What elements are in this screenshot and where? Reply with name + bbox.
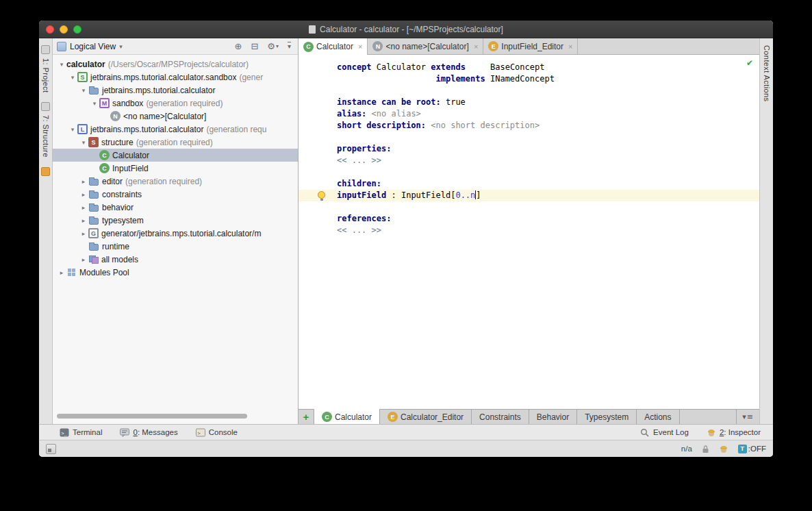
tree-item-typesystem[interactable]: ▸typesystem [53, 214, 298, 227]
code-line-12[interactable]: inputField : InputField[0..n] [299, 190, 759, 201]
locate-icon[interactable]: ⊕ [234, 41, 242, 51]
code-line-10[interactable] [337, 166, 759, 178]
code-line-2[interactable]: implements INamedConcept [337, 73, 759, 85]
project-tool-icon[interactable] [41, 45, 50, 54]
tree-item-generator-jetbrains-mps-tutorial-calculator-m[interactable]: ▸Ggenerator/jetbrains.mps.tutorial.calcu… [53, 227, 298, 240]
aspect-tab-bar: + CCalculatorECalculator_EditorConstrain… [299, 409, 759, 424]
aspect-tab-label: Calculator [335, 412, 372, 422]
editor-tab-calculator[interactable]: CCalculator× [299, 38, 368, 55]
collapsed-arrow-icon[interactable]: ▸ [79, 191, 88, 198]
expanded-arrow-icon[interactable]: ▾ [68, 74, 77, 81]
aspect-tab-behavior[interactable]: Behavior [529, 410, 576, 424]
aspect-tab-calculator[interactable]: CCalculator [314, 409, 379, 424]
zoom-window-button[interactable] [73, 25, 81, 34]
collapsed-arrow-icon[interactable]: ▸ [79, 230, 88, 237]
add-tab-button[interactable]: + [299, 410, 314, 424]
collapsed-arrow-icon[interactable]: ▸ [79, 204, 88, 211]
toolbar-item-0-messages[interactable]: 0: Messages [120, 428, 177, 437]
editor-tab-inputfield-editor[interactable]: EInputField_Editor× [483, 38, 578, 54]
expanded-arrow-icon[interactable]: ▾ [79, 139, 88, 146]
collapsed-arrow-icon[interactable]: ▸ [79, 217, 88, 224]
hector-icon[interactable] [719, 445, 728, 453]
svg-text:>: > [197, 430, 200, 436]
expanded-arrow-icon[interactable]: ▾ [79, 87, 88, 94]
code-line-9[interactable]: << ... >> [337, 155, 759, 166]
editor-body[interactable]: ✔ concept Calculator extends BaseConcept… [299, 55, 759, 409]
collapsed-arrow-icon[interactable]: ▸ [57, 269, 66, 276]
toolbar-item-event-log[interactable]: Event Log [640, 428, 689, 437]
tree-item-calculator[interactable]: ▾calculator(/Users/Oscar/MPSProjects/cal… [53, 58, 298, 71]
favorites-tool-icon[interactable] [41, 167, 50, 176]
toolbar-item-2-inspector[interactable]: 2: Inspector [707, 428, 761, 437]
editor-tab-no-name-calculator[interactable]: N<no name>[Calculator]× [368, 38, 483, 54]
gear-icon[interactable]: ⚙▾ [267, 41, 279, 51]
lightbulb-icon[interactable] [318, 191, 325, 199]
view-selector[interactable]: Logical View [70, 42, 116, 51]
tree-item-modules-pool[interactable]: ▸Modules Pool [53, 266, 298, 279]
toolbar-item-console[interactable]: >Console [196, 428, 238, 437]
tree-item-inputfield[interactable]: CInputField [53, 162, 298, 175]
close-tab-icon[interactable]: × [568, 42, 572, 51]
tree-item-no-name-calculator[interactable]: N<no name>[Calculator] [53, 110, 298, 123]
minimize-window-button[interactable] [60, 25, 68, 34]
code-line-14[interactable]: references: [337, 213, 759, 225]
code-line-13[interactable] [337, 201, 759, 213]
tree-item-jetbrains-mps-tutorial-calculator-sandbox[interactable]: ▾Sjetbrains.mps.tutorial.calculator.sand… [53, 71, 298, 84]
tree-item-sandbox[interactable]: ▾Msandbox(generation required) [53, 97, 298, 110]
code-line-15[interactable]: << ... >> [337, 225, 759, 236]
code-segment: Calculator [377, 62, 431, 72]
tree-item-jetbrains-mps-tutorial-calculator[interactable]: ▾jetbrains.mps.tutorial.calculator [53, 84, 298, 97]
close-window-button[interactable] [46, 25, 54, 34]
code-line-8[interactable]: properties: [337, 143, 759, 155]
collapse-all-icon[interactable]: ⊟ [251, 41, 258, 51]
hide-panel-icon[interactable]: ▾ [288, 42, 291, 50]
tree-item-suffix: (generation required) [136, 138, 213, 147]
tree-item-editor[interactable]: ▸editor(generation required) [53, 175, 298, 188]
horizontal-scrollbar[interactable] [57, 414, 247, 419]
tree-item-suffix: (gener [239, 73, 263, 82]
code-line-6[interactable]: short description: <no short description… [337, 120, 759, 132]
tree-item-suffix: (generation required) [125, 177, 202, 186]
collapsed-arrow-icon[interactable]: ▸ [79, 256, 88, 263]
title-bar[interactable]: Calculator - calculator - [~/MPSProjects… [39, 21, 773, 38]
code-segment: alias: [337, 109, 366, 119]
tool-tab-structure[interactable]: 7: Structure [42, 115, 50, 158]
typesystem-indicator[interactable]: T:OFF [738, 445, 766, 453]
code-line-4[interactable]: instance can be root: true [337, 97, 759, 108]
code-line-1[interactable]: concept Calculator extends BaseConcept [337, 62, 759, 73]
tree-item-constraints[interactable]: ▸constraints [53, 188, 298, 201]
code-line-7[interactable] [337, 132, 759, 143]
aspect-tab-constraints[interactable]: Constraints [471, 410, 529, 424]
chevron-down-icon[interactable]: ▾ [119, 43, 123, 50]
close-tab-icon[interactable]: × [474, 42, 478, 51]
lock-icon[interactable] [702, 445, 709, 453]
tree-item-all-models[interactable]: ▸all models [53, 253, 298, 266]
expanded-arrow-icon[interactable]: ▾ [90, 100, 99, 107]
aspect-tab-actions[interactable]: Actions [636, 410, 679, 424]
tool-tab-project[interactable]: 1: Project [42, 58, 50, 92]
collapsed-arrow-icon[interactable]: ▸ [79, 178, 88, 185]
app-window: Calculator - calculator - [~/MPSProjects… [39, 21, 773, 457]
structure-tool-icon[interactable] [41, 102, 50, 111]
tree-item-calculator[interactable]: CCalculator [53, 149, 298, 162]
tool-tab-context-actions[interactable]: Context Actions [763, 45, 771, 101]
toolbar-item-label: Terminal [73, 428, 102, 436]
toolbar-item-label: 0: Messages [133, 428, 177, 436]
close-tab-icon[interactable]: × [358, 42, 362, 51]
tree-item-runtime[interactable]: runtime [53, 240, 298, 253]
aspect-tab-calculator-editor[interactable]: ECalculator_Editor [379, 410, 471, 424]
toolwindow-toggle-icon[interactable] [46, 444, 56, 454]
main-area: 1: Project 7: Structure Logical View ▾ ⊕… [39, 38, 773, 424]
code-line-11[interactable]: children: [337, 178, 759, 190]
aspect-tab-typesystem[interactable]: Typesystem [576, 410, 636, 424]
code-line-3[interactable] [337, 85, 759, 97]
code-line-5[interactable]: alias: <no alias> [337, 108, 759, 120]
tab-options-icon[interactable]: ▾≡ [736, 410, 759, 424]
toolbar-item-terminal[interactable]: >_Terminal [60, 428, 102, 437]
tree-item-behavior[interactable]: ▸behavior [53, 201, 298, 214]
code-segment: INamedConcept [485, 74, 555, 84]
expanded-arrow-icon[interactable]: ▾ [57, 61, 66, 68]
tree-item-jetbrains-mps-tutorial-calculator[interactable]: ▾Ljetbrains.mps.tutorial.calculator(gene… [53, 123, 298, 136]
tree-item-structure[interactable]: ▾Sstructure(generation required) [53, 136, 298, 149]
expanded-arrow-icon[interactable]: ▾ [68, 126, 77, 133]
